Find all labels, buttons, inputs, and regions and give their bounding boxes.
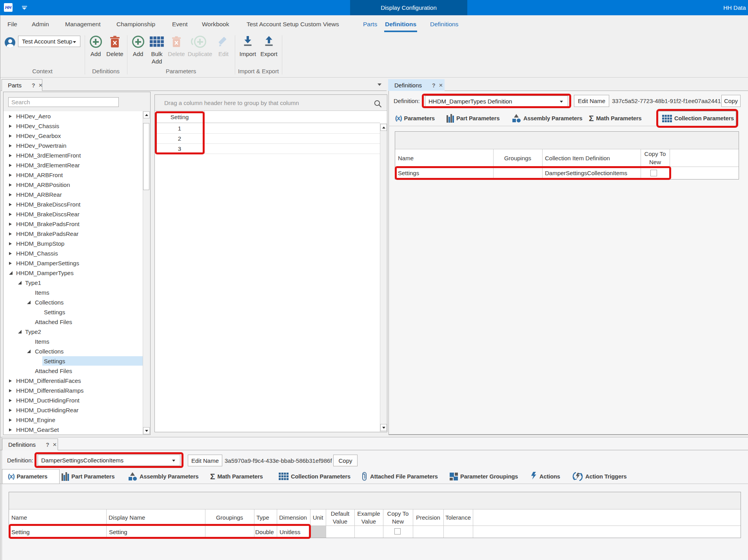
- tree-item-items[interactable]: Items: [4, 337, 143, 346]
- expander-collapsed-icon[interactable]: [9, 154, 12, 157]
- tab-definitions-bottom-panel[interactable]: Definitions ? ×: [2, 439, 58, 450]
- tree-item-hhdm-dampertypes[interactable]: HHDM_DamperTypes: [4, 268, 143, 278]
- expander-collapsed-icon[interactable]: [9, 242, 12, 245]
- tree-item-hhdm-arbrear[interactable]: HHDM_ARBRear: [4, 190, 143, 199]
- tree-item-hhdm-ducthidingfront[interactable]: HHDM_DuctHidingFront: [4, 395, 143, 405]
- tree-item-hhdm-chassis[interactable]: HHDM_Chassis: [4, 248, 143, 258]
- column-header-example-value[interactable]: Example Value: [354, 509, 383, 526]
- expander-expanded-icon[interactable]: [18, 330, 22, 333]
- group-by-area[interactable]: [9, 492, 741, 509]
- search-icon[interactable]: [374, 100, 382, 108]
- expander-collapsed-icon[interactable]: [9, 174, 12, 177]
- tree-scrollbar[interactable]: [143, 111, 150, 434]
- expander-collapsed-icon[interactable]: [9, 252, 12, 255]
- tree-item-hhdm-3rdelementfront[interactable]: HHDM_3rdElementFront: [4, 150, 143, 160]
- tab-attached-file-parameters[interactable]: Attached File Parameters: [361, 469, 438, 484]
- copy-guid-button[interactable]: Copy: [333, 455, 358, 466]
- edit-name-button[interactable]: Edit Name: [188, 455, 222, 466]
- export-button[interactable]: Export: [256, 34, 281, 58]
- tab-math-parameters[interactable]: Σ Math Parameters: [589, 111, 642, 126]
- tree-item-hhdev-powertrain[interactable]: HHDev_Powertrain: [4, 141, 143, 150]
- expander-collapsed-icon[interactable]: [9, 389, 12, 392]
- column-header-default-value[interactable]: Default Value: [326, 509, 354, 526]
- tab-assembly-parameters[interactable]: Assembly Parameters: [512, 111, 583, 126]
- close-icon[interactable]: ×: [53, 441, 57, 448]
- tree-item-type1[interactable]: Type1: [4, 278, 143, 288]
- column-header-collection-item-definition[interactable]: Collection Item Definition: [545, 149, 641, 167]
- app-icon[interactable]: HH: [4, 3, 13, 12]
- tree-item-hhdm-bumpstop[interactable]: HHDM_BumpStop: [4, 239, 143, 248]
- ribbon-tab-event[interactable]: Event: [172, 15, 188, 33]
- ribbon-tab-file[interactable]: File: [7, 15, 17, 33]
- tree-item-hhdev-gearbox[interactable]: HHDev_Gearbox: [4, 131, 143, 141]
- tree-item-hhdm-brakediscsfront[interactable]: HHDM_BrakeDiscsFront: [4, 199, 143, 209]
- scroll-down-button[interactable]: [143, 427, 150, 434]
- group-by-area[interactable]: [395, 132, 739, 149]
- tab-definitions-panel[interactable]: Definitions ? ×: [388, 79, 445, 91]
- expander-collapsed-icon[interactable]: [9, 428, 12, 431]
- group-by-area[interactable]: Drag a column header here to group by th…: [155, 95, 387, 111]
- column-header-groupings[interactable]: Groupings: [493, 149, 542, 167]
- ribbon-tab-championship[interactable]: Championship: [116, 15, 155, 33]
- expander-collapsed-icon[interactable]: [9, 262, 12, 265]
- tree-item-hhdm-dampersettings[interactable]: HHDM_DamperSettings: [4, 258, 143, 268]
- tab-assembly-parameters[interactable]: Assembly Parameters: [128, 469, 199, 484]
- expander-collapsed-icon[interactable]: [9, 115, 12, 118]
- tab-actions[interactable]: Actions: [531, 469, 560, 484]
- column-header-precision[interactable]: Precision: [413, 509, 443, 526]
- help-icon[interactable]: ?: [432, 82, 436, 89]
- expander-expanded-icon[interactable]: [18, 281, 22, 285]
- tree-item-hhdm-engine[interactable]: HHDM_Engine: [4, 415, 143, 425]
- tree-item-attached-files[interactable]: Attached Files: [4, 366, 143, 376]
- expander-collapsed-icon[interactable]: [9, 232, 12, 236]
- tree-item-hhdm-3rdelementrear[interactable]: HHDM_3rdElementRear: [4, 160, 143, 170]
- tree-item-items[interactable]: Items: [4, 288, 143, 297]
- tree-item-settings[interactable]: Settings: [4, 356, 143, 366]
- close-icon[interactable]: ×: [439, 82, 443, 89]
- tree-item-hhdm-differentialramps[interactable]: HHDM_DifferentialRamps: [4, 386, 143, 395]
- column-header-display-name[interactable]: Display Name: [109, 509, 205, 526]
- edit-name-button[interactable]: Edit Name: [574, 95, 609, 107]
- tree-scrollbar-thumb[interactable]: [143, 123, 149, 190]
- tab-parts-panel[interactable]: Parts ? ×: [2, 79, 42, 91]
- tree-item-collections[interactable]: Collections: [4, 297, 143, 307]
- expander-collapsed-icon[interactable]: [9, 125, 12, 128]
- copy-to-new-checkbox[interactable]: [394, 528, 401, 535]
- column-header-name[interactable]: Name: [398, 149, 493, 167]
- delete-definition-button[interactable]: Delete: [102, 34, 127, 58]
- tree-item-hhdm-ducthidingrear[interactable]: HHDM_DuctHidingRear: [4, 405, 143, 415]
- column-header-name[interactable]: Name: [11, 509, 106, 526]
- tab-parameter-groupings[interactable]: Parameter Groupings: [450, 469, 518, 484]
- tab-parameters[interactable]: (x) Parameters: [395, 111, 435, 126]
- tree-item-hhdm-differentialfaces[interactable]: HHDM_DifferentialFaces: [4, 376, 143, 386]
- expander-collapsed-icon[interactable]: [9, 419, 12, 422]
- grid-scrollbar[interactable]: [380, 123, 387, 432]
- tree-item-settings[interactable]: Settings: [4, 307, 143, 317]
- column-header-tolerance[interactable]: Tolerance: [443, 509, 473, 526]
- panel-menu-icon[interactable]: [378, 83, 381, 86]
- expander-collapsed-icon[interactable]: [9, 213, 12, 216]
- expander-collapsed-icon[interactable]: [9, 183, 12, 187]
- tree-item-attached-files[interactable]: Attached Files: [4, 317, 143, 327]
- tree-item-type2[interactable]: Type2: [4, 327, 143, 337]
- ribbon-tab-parts[interactable]: Parts: [363, 15, 377, 33]
- expander-collapsed-icon[interactable]: [9, 399, 12, 402]
- expander-collapsed-icon[interactable]: [9, 144, 12, 147]
- expander-expanded-icon[interactable]: [27, 301, 31, 304]
- expander-collapsed-icon[interactable]: [9, 134, 12, 138]
- tree-item-hhdm-arbfront[interactable]: HHDM_ARBFront: [4, 170, 143, 180]
- scroll-up-button[interactable]: [143, 111, 150, 118]
- expander-collapsed-icon[interactable]: [9, 164, 12, 167]
- expander-collapsed-icon[interactable]: [9, 223, 12, 226]
- tree-item-hhdev-chassis[interactable]: HHDev_Chassis: [4, 121, 143, 131]
- tree-item-hhdm-brakepadsrear[interactable]: HHDM_BrakePadsRear: [4, 229, 143, 239]
- ribbon-tab-definitions-active[interactable]: Definitions: [385, 15, 416, 33]
- expander-collapsed-icon[interactable]: [9, 193, 12, 196]
- expander-collapsed-icon[interactable]: [9, 409, 12, 412]
- ribbon-tab-definitions-2[interactable]: Definitions: [430, 15, 458, 33]
- scroll-up-button[interactable]: [380, 124, 387, 131]
- ribbon-tab-workbook[interactable]: Workbook: [202, 15, 229, 33]
- tree-item-collections[interactable]: Collections: [4, 346, 143, 356]
- expander-expanded-icon[interactable]: [9, 271, 13, 275]
- column-header-unit[interactable]: Unit: [310, 509, 326, 526]
